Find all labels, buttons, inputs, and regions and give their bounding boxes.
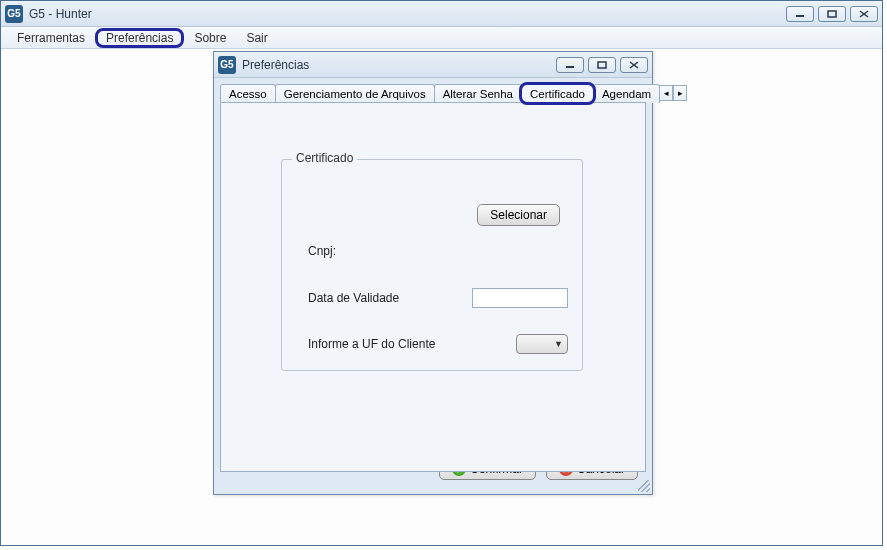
cnpj-label: Cnpj: (308, 244, 336, 258)
uf-select[interactable]: ▼ (516, 334, 568, 354)
minimize-button[interactable] (786, 6, 814, 22)
tab-agendamento[interactable]: Agendam (593, 84, 660, 103)
dialog-maximize-button[interactable] (588, 57, 616, 73)
svg-rect-1 (828, 11, 836, 17)
menu-preferencias[interactable]: Preferências (95, 28, 184, 48)
app-title: G5 - Hunter (29, 7, 92, 21)
tab-scroll: ◂ ▸ (659, 85, 687, 103)
minimize-icon (795, 10, 805, 18)
maximize-button[interactable] (818, 6, 846, 22)
tab-certificado[interactable]: Certificado (521, 84, 594, 103)
tab-panel-certificado: Certificado Selecionar Cnpj: Data de Val… (220, 102, 646, 472)
tab-alterar-senha[interactable]: Alterar Senha (434, 84, 522, 103)
selecionar-label: Selecionar (490, 208, 547, 222)
menu-sair[interactable]: Sair (236, 29, 277, 47)
tab-gerenciamento-arquivos[interactable]: Gerenciamento de Arquivos (275, 84, 435, 103)
tab-acesso[interactable]: Acesso (220, 84, 276, 103)
minimize-icon (565, 61, 575, 69)
close-icon (629, 61, 639, 69)
close-button[interactable] (850, 6, 878, 22)
dialog-title: Preferências (242, 58, 309, 72)
certificado-groupbox: Certificado Selecionar Cnpj: Data de Val… (281, 159, 583, 371)
svg-rect-5 (598, 62, 606, 68)
maximize-icon (827, 10, 837, 18)
dialog-titlebar: G5 Preferências (214, 52, 652, 78)
uf-label: Informe a UF do Cliente (308, 337, 435, 351)
chevron-left-icon: ◂ (664, 88, 669, 98)
certificado-group-label: Certificado (292, 151, 357, 165)
tab-scroll-right-button[interactable]: ▸ (673, 85, 687, 101)
client-area: G5 Preferências Acesso Gerenciamento de … (1, 49, 882, 545)
data-validade-label: Data de Validade (308, 291, 399, 305)
menubar: Ferramentas Preferências Sobre Sair (1, 27, 882, 49)
menu-sobre[interactable]: Sobre (184, 29, 236, 47)
main-window: G5 G5 - Hunter Ferramentas Preferências … (0, 0, 883, 546)
app-icon: G5 (5, 5, 23, 23)
preferences-dialog: G5 Preferências Acesso Gerenciamento de … (213, 51, 653, 495)
tab-scroll-left-button[interactable]: ◂ (659, 85, 673, 101)
menu-ferramentas[interactable]: Ferramentas (7, 29, 95, 47)
dialog-icon: G5 (218, 56, 236, 74)
resize-grip[interactable] (638, 480, 650, 492)
tabbar: Acesso Gerenciamento de Arquivos Alterar… (214, 78, 652, 103)
main-titlebar: G5 G5 - Hunter (1, 1, 882, 27)
selecionar-button[interactable]: Selecionar (477, 204, 560, 226)
data-validade-input[interactable] (472, 288, 568, 308)
chevron-right-icon: ▸ (678, 88, 683, 98)
chevron-down-icon: ▼ (554, 339, 563, 349)
maximize-icon (597, 61, 607, 69)
dialog-close-button[interactable] (620, 57, 648, 73)
close-icon (859, 10, 869, 18)
dialog-minimize-button[interactable] (556, 57, 584, 73)
